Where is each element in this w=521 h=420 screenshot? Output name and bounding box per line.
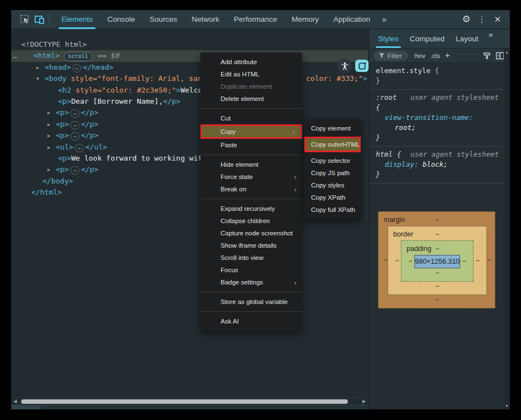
scroll-down-arrow-icon[interactable]: ▼ <box>504 404 510 408</box>
collapsed-arrow-icon[interactable]: ▶ <box>47 164 50 175</box>
menu-item-expand-recursively[interactable]: Expand recursively <box>200 202 302 215</box>
menu-item-add-attribute[interactable]: Add attribute <box>200 56 302 68</box>
toggle-hover-state-button[interactable]: :hov <box>413 52 426 59</box>
dom-node[interactable]: ▼<body style="font-family: Arial, sans-s… <box>11 73 368 84</box>
box-model-diagram[interactable]: margin − − border − − <box>378 211 495 308</box>
tab-performance[interactable]: Performance <box>227 10 284 29</box>
submenu-item-copy-outerhtml[interactable]: Copy outerHTML <box>304 137 361 152</box>
submenu-item-copy-xpath[interactable]: Copy XPath <box>304 191 361 204</box>
collapsed-arrow-icon[interactable]: ▶ <box>47 130 50 141</box>
collapsed-arrow-icon[interactable]: ▶ <box>47 142 50 153</box>
menu-item-force-state[interactable]: Force state› <box>200 171 302 183</box>
style-filter-input[interactable]: Filter <box>374 51 408 61</box>
dom-node[interactable]: ▶<p>…</p> <box>11 107 368 118</box>
collapsed-arrow-icon[interactable]: ▶ <box>47 107 50 118</box>
settings-gear-icon[interactable]: ⚙ <box>460 13 473 25</box>
submenu-item-copy-styles[interactable]: Copy styles <box>304 179 361 191</box>
margin-right-value[interactable]: − <box>487 256 491 264</box>
menu-item-paste[interactable]: Paste <box>200 139 302 151</box>
border-bottom-value[interactable]: − <box>436 282 439 290</box>
horizontal-scrollbar-track[interactable] <box>19 398 360 405</box>
device-toolbar-icon[interactable] <box>32 12 47 27</box>
menu-item-capture-node-screenshot[interactable]: Capture node screenshot <box>200 227 302 239</box>
collapsed-arrow-icon[interactable]: ▶ <box>36 62 39 73</box>
scroll-right-arrow-icon[interactable]: ▶ <box>360 399 368 404</box>
menu-item-hide-element[interactable]: Hide element <box>200 158 302 171</box>
box-model-padding[interactable]: padding − − 980×1256.310 <box>401 240 474 282</box>
css-property-value[interactable]: block; <box>418 160 448 168</box>
submenu-item-copy-selector[interactable]: Copy selector <box>304 155 361 167</box>
inspect-element-icon[interactable] <box>18 12 32 27</box>
toggle-sidebar-icon[interactable] <box>496 52 504 60</box>
tab-console[interactable]: Console <box>100 10 142 29</box>
border-top-value[interactable]: − <box>436 230 439 238</box>
sidebar-more-tabs-button[interactable]: » <box>484 30 498 48</box>
border-left-value[interactable]: − <box>393 257 401 264</box>
margin-bottom-value[interactable]: − <box>434 296 438 303</box>
padding-right-value[interactable]: − <box>460 257 468 265</box>
scroll-up-arrow-icon[interactable]: ▲ <box>504 50 510 54</box>
expand-ellipsis-icon[interactable]: … <box>70 166 79 175</box>
padding-top-value[interactable]: − <box>436 245 439 253</box>
style-rule-element-style[interactable]: element.style { } <box>369 63 510 90</box>
toggle-classes-button[interactable]: .cls <box>431 52 440 59</box>
box-model-border[interactable]: border − − padding − <box>388 226 487 295</box>
menu-item-show-iframe-details[interactable]: Show iframe details <box>200 239 302 252</box>
menu-item-ask-ai[interactable]: Ask AI <box>200 315 302 327</box>
tab-sources[interactable]: Sources <box>142 10 185 29</box>
box-model-margin[interactable]: margin − − border − − <box>378 211 495 308</box>
menu-item-badge-settings[interactable]: Badge settings› <box>200 276 302 288</box>
expand-ellipsis-icon[interactable]: … <box>70 121 79 129</box>
menu-item-copy[interactable]: Copy› <box>200 124 302 139</box>
ai-assistance-icon[interactable] <box>355 60 369 72</box>
css-property-name[interactable]: view-transition-name: <box>385 113 473 122</box>
sidebar-tab-computed[interactable]: Computed <box>404 30 450 48</box>
collapsed-arrow-icon[interactable]: ▶ <box>47 119 50 130</box>
menu-item-scroll-into-view[interactable]: Scroll into view <box>200 252 302 264</box>
breadcrumb-item-html[interactable]: html <box>11 405 41 409</box>
tab-application[interactable]: Application <box>326 10 377 29</box>
submenu-item-copy-element[interactable]: Copy element <box>304 122 361 134</box>
tab-elements[interactable]: Elements <box>54 10 100 29</box>
tab-network[interactable]: Network <box>184 10 227 29</box>
scroll-left-arrow-icon[interactable]: ◀ <box>11 399 19 404</box>
box-model-content[interactable]: 980×1256.310 <box>414 255 460 268</box>
vertical-scrollbar[interactable]: ▲ ▼ <box>504 49 510 409</box>
expand-ellipsis-icon[interactable]: … <box>75 144 83 152</box>
dom-node[interactable]: ▶<head>…</head> <box>11 62 368 73</box>
style-rule-html[interactable]: user agent stylesheet html { display: bl… <box>369 147 510 184</box>
menu-item-delete-element[interactable]: Delete element <box>200 93 302 105</box>
css-property-value[interactable]: root; <box>395 123 416 132</box>
sidebar-tab-layout[interactable]: Layout <box>450 30 484 48</box>
dom-node-selected[interactable]: …<html>scroll== $0 <box>11 50 368 61</box>
css-property-name[interactable]: display: <box>385 160 418 168</box>
margin-top-value[interactable]: − <box>434 216 438 224</box>
rendering-emulation-icon[interactable] <box>483 52 491 60</box>
style-rule-root[interactable]: user agent stylesheet :root { view-trans… <box>369 90 510 147</box>
padding-left-value[interactable]: − <box>407 257 414 265</box>
close-icon[interactable]: ✕ <box>491 15 504 25</box>
sidebar-tab-styles[interactable]: Styles <box>372 30 404 48</box>
scroll-badge[interactable]: scroll <box>64 52 93 61</box>
menu-item-edit-as-html[interactable]: Edit as HTML <box>200 68 302 80</box>
submenu-item-copy-js-path[interactable]: Copy JS path <box>304 167 361 179</box>
more-tabs-button[interactable]: » <box>377 15 391 24</box>
menu-item-break-on[interactable]: Break on› <box>200 183 302 195</box>
menu-item-focus[interactable]: Focus <box>200 264 302 276</box>
dom-node[interactable]: <!DOCTYPE html> <box>11 39 368 50</box>
expand-ellipsis-icon[interactable]: … <box>73 64 81 73</box>
dom-node[interactable]: <p>Dear [Borrower Name],</p> <box>11 96 368 107</box>
tab-memory[interactable]: Memory <box>284 10 326 29</box>
padding-bottom-value[interactable]: − <box>436 269 439 277</box>
menu-item-collapse-children[interactable]: Collapse children <box>200 215 302 227</box>
accessibility-icon[interactable] <box>337 59 352 73</box>
horizontal-scrollbar-thumb[interactable] <box>21 399 348 404</box>
expand-ellipsis-icon[interactable]: … <box>70 109 79 118</box>
new-style-rule-button[interactable]: + <box>445 50 450 60</box>
expanded-arrow-icon[interactable]: ▼ <box>36 73 39 84</box>
dom-node[interactable]: <h2 style="color: #2c3e50;">Welcome to <box>11 85 368 96</box>
kebab-menu-icon[interactable]: ⋮ <box>475 15 489 25</box>
border-right-value[interactable]: − <box>474 257 481 264</box>
expand-ellipsis-icon[interactable]: … <box>70 132 79 141</box>
node-menu-ellipsis[interactable]: … <box>13 50 18 61</box>
